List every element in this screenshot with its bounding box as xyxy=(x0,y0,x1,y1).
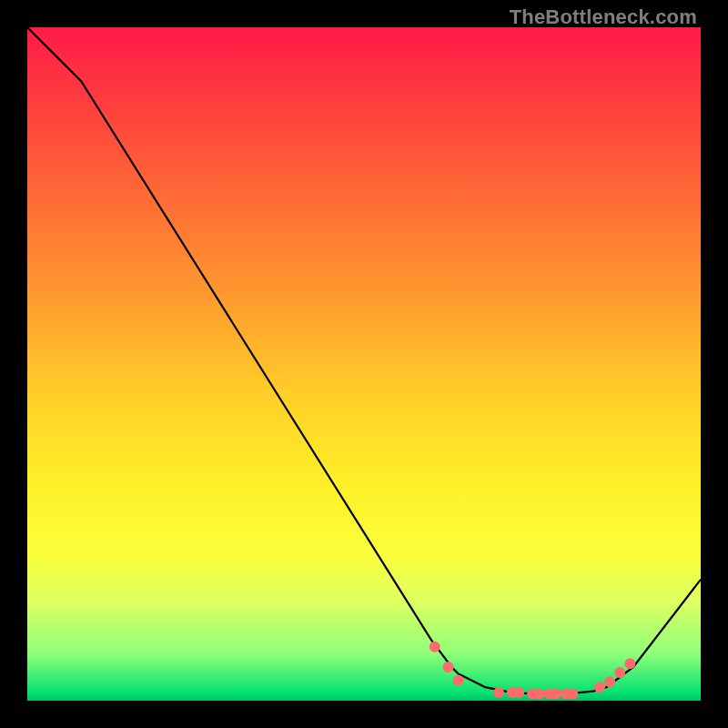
marker-group xyxy=(430,642,636,700)
watermark-text: TheBottleneck.com xyxy=(510,5,697,29)
marker-12 xyxy=(567,689,578,700)
marker-4 xyxy=(493,687,504,698)
marker-14 xyxy=(604,676,615,687)
marker-16 xyxy=(624,658,635,669)
marker-6 xyxy=(513,687,524,698)
curve-path xyxy=(27,27,701,694)
marker-10 xyxy=(551,689,561,700)
marker-13 xyxy=(594,682,605,693)
plot-area xyxy=(27,27,701,701)
marker-3 xyxy=(453,675,464,686)
curve-line xyxy=(27,27,701,694)
marker-8 xyxy=(533,689,544,700)
marker-2 xyxy=(443,662,454,672)
marker-1 xyxy=(430,642,440,652)
marker-9 xyxy=(544,689,555,700)
marker-11 xyxy=(561,689,571,700)
marker-15 xyxy=(614,667,625,678)
chart-frame: TheBottleneck.com xyxy=(0,0,728,728)
marker-7 xyxy=(527,689,538,700)
marker-5 xyxy=(507,687,518,698)
chart-overlay xyxy=(27,27,701,701)
